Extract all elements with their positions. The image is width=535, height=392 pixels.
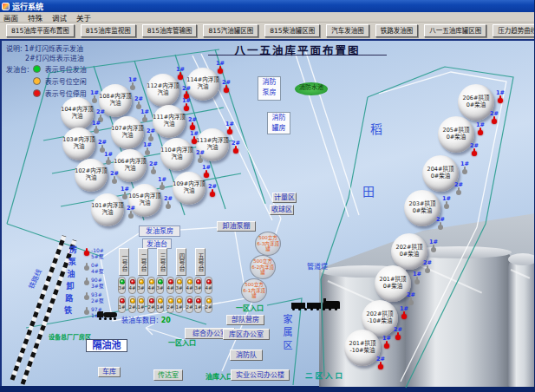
toolbar-button-0[interactable]: 815油库平面布置图 [6,24,75,37]
indicator-bulb-on [218,69,223,74]
bay-header-5: 五号台 [195,248,206,276]
tank-indicator-2: 2# [469,143,480,156]
toolbar-button-3[interactable]: 815汽油罐区图 [203,24,258,37]
indicator-bulb-off [408,300,414,305]
toolbar-button-7[interactable]: 八一五油库罐区图 [424,24,486,37]
legend-item-0: 表示号位发油 [33,64,87,74]
tank-product: 汽油 [99,101,132,108]
pump-grade: 0# [91,262,104,268]
bay-lamp-label: 4# [205,284,212,291]
indicator-bulb-on [210,192,215,197]
legend-station-label: 发油台: [6,64,29,74]
indicator-bulb-on [384,343,389,349]
rail-pump-house-char: 泵 [69,256,76,267]
toolbar-button-2[interactable]: 815油库管输图 [142,24,198,37]
pump-grade: -10# [91,247,104,253]
tank-product: 汽油 [147,90,179,97]
bay-lamp-label: 2# [128,304,135,310]
tank-indicator-1: 1# [201,165,212,178]
rail-pump-2: 93#2#泵 [84,291,104,304]
bay5-lamp-4: 4# [205,277,212,294]
toolbar-button-1[interactable]: 815油库监视图 [81,24,136,37]
bay-lamp-label: 1# [137,304,144,310]
tank-product: 汽油 [75,175,108,182]
title-bar[interactable]: 运行系统 [0,0,535,12]
pipeline-dike-label: 管道堤 [307,261,328,271]
legend-item-label: 表示号位空闲 [45,76,87,86]
small-tank-2[interactable]: 500立方6-2内浮顶罐 [250,255,276,279]
company-office-building-label: 实业公司办公楼 [231,369,290,381]
bay-lamp-label: 4# [166,284,173,291]
pump-texts: 0#4#泵 [91,262,104,274]
bay-header-1: 一号台 [119,248,129,276]
bay-lamp-label: 1# [156,304,163,310]
indicator-bulb-on [233,148,238,154]
bay-lamp-label: 3# [194,284,201,291]
pump-indicator-on [84,251,89,256]
toolbar-button-5[interactable]: 汽车发油图 [326,24,369,37]
indicator-bulb-on [472,151,477,156]
small-tank-3[interactable]: 500立方6-3内浮顶罐 [255,232,281,256]
tank-product: 6-1内浮顶罐 [242,288,266,300]
pump-texts: 90#3#泵 [91,277,104,289]
toolbar-button-6[interactable]: 铁路发油图 [375,24,419,37]
indicator-bulb-off [425,268,430,273]
tank-indicator-2: 2# [134,96,144,109]
toolbar: 815油库平面布置图815油库监视图815油库管输图815汽油罐区图815柴油罐… [0,23,535,39]
menu-item-3[interactable]: 关于 [76,12,91,23]
map-title: 八一五油库平面布置图 [208,42,387,56]
indicator-bulb-off [160,185,165,190]
paddy-field-label-1: 稻 [370,120,382,137]
bay-lamp-label: 2# [166,304,173,310]
bay-lamp-label: 3# [118,284,125,291]
tank-indicator-2: 2# [126,206,136,219]
tank-indicator-2: 2# [109,171,120,184]
depot-entrance-label: 油库入口 [206,371,233,381]
tank-product: -10#柴油 [344,348,381,355]
train-icon [290,298,340,310]
legend-line-1: 说明: 1#灯闪烁表示发油 [6,43,87,53]
bay-lamp-label: 3# [137,284,144,291]
bay-lamp-label: 3# [156,284,163,291]
pump-indicator-off [84,310,89,315]
bay-header-4: 四号台 [176,248,186,276]
bay3-lamp-2: 2# [166,296,174,313]
tank-product: 0#柴油 [391,252,427,258]
bay-header-3: 三号台 [157,248,167,276]
tank-product: -10#柴油 [362,318,398,325]
toolbar-button-8[interactable]: 压力趋势曲线 [493,24,535,37]
indicator-bulb-on [224,88,229,93]
bay1-lamp-3: 3# [118,277,126,294]
indicator-bulb-on [378,364,383,369]
metering-area-label: 计量区 [272,193,297,203]
bay3-lamp-1: 1# [156,296,164,313]
reception-room-label: 传达室 [153,369,183,381]
rail-pump-5: -10#5#泵 [84,247,104,259]
bay2-lamp-3: 3# [137,277,145,294]
tank-product: 6-2内浮顶罐 [251,265,275,277]
pump-grade: 90# [91,277,104,283]
rail-pump-house-char: 卸 [66,280,74,291]
tank-product: 汽油 [160,154,193,161]
bay2-lamp-1: 1# [137,296,145,313]
legend-item-1: 表示号位空闲 [33,76,87,86]
indicator-bulb-off [456,190,461,195]
tank-name: 500立方 [251,258,275,265]
tank-indicator-1: 1# [215,61,225,74]
indicator-bulb-on [401,314,407,319]
fire-tank-house-label: 消防罐房 [267,112,290,134]
tank-indicator-2: 2# [146,128,156,141]
bay4-lamp-2: 2# [186,296,193,313]
bay4-lamp-1: 1# [175,296,183,313]
indicator-bulb-off [106,160,111,165]
menu-item-0[interactable]: 画面 [3,12,18,23]
pump-name: 3#泵 [91,283,104,289]
tank-indicator-1: 1# [412,271,422,284]
menu-item-2[interactable]: 调试 [52,12,67,23]
bay3-lamp-4: 4# [166,277,174,294]
menu-item-1[interactable]: 特殊 [28,12,42,23]
small-tank-1[interactable]: 500立方6-1内浮顶罐 [241,278,267,303]
tank-product: 汽油 [111,133,144,140]
pump-name: 4#泵 [91,268,104,274]
toolbar-button-4[interactable]: 815柴油罐区图 [264,24,320,37]
